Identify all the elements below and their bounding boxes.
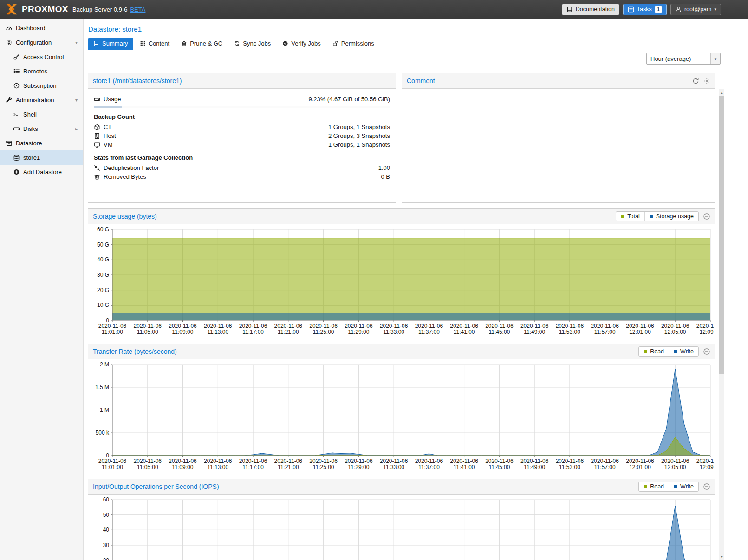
- scroll-up-icon[interactable]: ▲: [719, 89, 724, 96]
- legend-storage-usage[interactable]: Storage usage: [644, 212, 698, 221]
- sidebar-item-dashboard[interactable]: Dashboard: [0, 21, 83, 35]
- legend-read[interactable]: Read: [639, 482, 669, 491]
- usage-progressbar: [94, 106, 390, 108]
- sidebar-item-subscription[interactable]: Subscription: [0, 78, 83, 93]
- svg-text:11:53:00: 11:53:00: [559, 464, 580, 470]
- user-icon: [675, 6, 682, 13]
- rotate-icon[interactable]: [692, 78, 699, 85]
- svg-text:2020-11-06: 2020-11-06: [520, 323, 549, 329]
- sidebar-item-label: Disks: [23, 125, 38, 132]
- legend-write[interactable]: Write: [669, 482, 698, 491]
- svg-text:11:53:00: 11:53:00: [559, 329, 580, 335]
- svg-text:30: 30: [103, 542, 110, 548]
- legend-dot: [644, 350, 647, 353]
- svg-text:2020-11-06: 2020-11-06: [696, 458, 714, 464]
- chevron-down-icon[interactable]: ▾: [75, 98, 78, 103]
- tab-summary[interactable]: Summary: [88, 38, 133, 50]
- desktop-icon: [94, 142, 100, 148]
- sidebar-item-access-control[interactable]: Access Control: [0, 50, 83, 64]
- dedup-row: Deduplication Factor 1.00: [94, 163, 390, 172]
- svg-text:11:57:00: 11:57:00: [594, 329, 616, 335]
- trash-icon: [181, 40, 187, 46]
- tab-content[interactable]: Content: [135, 38, 175, 50]
- svg-text:2020-11-06: 2020-11-06: [415, 323, 443, 329]
- minus-circle-icon[interactable]: [703, 213, 710, 220]
- svg-text:40 G: 40 G: [97, 256, 109, 263]
- svg-text:2020-11-06: 2020-11-06: [591, 458, 619, 464]
- svg-text:12:01:00: 12:01:00: [629, 329, 651, 335]
- minus-circle-icon[interactable]: [703, 348, 710, 355]
- proxmox-logo-icon: [5, 3, 19, 15]
- legend-write[interactable]: Write: [669, 347, 698, 356]
- dot-circle-icon: [13, 82, 20, 89]
- svg-text:11:29:00: 11:29:00: [348, 464, 369, 470]
- gear-icon[interactable]: [703, 78, 710, 85]
- svg-text:20: 20: [103, 557, 110, 560]
- topbar: PROXMOX Backup Server 0.9-6 BETA Documen…: [0, 0, 748, 19]
- tab-prune-gc[interactable]: Prune & GC: [176, 38, 228, 50]
- sidebar-item-shell[interactable]: Shell: [0, 107, 83, 122]
- svg-text:2020-11-06: 2020-11-06: [274, 458, 303, 464]
- sidebar-item-disks[interactable]: Disks ▸: [0, 122, 83, 136]
- svg-text:11:41:00: 11:41:00: [454, 464, 475, 470]
- archive-icon: [6, 140, 13, 147]
- svg-text:500 k: 500 k: [96, 430, 110, 436]
- svg-text:2020-11-06: 2020-11-06: [380, 323, 408, 329]
- svg-text:50 G: 50 G: [97, 241, 109, 248]
- minus-circle-icon[interactable]: [703, 483, 710, 490]
- row-value: 2 Groups, 3 Snapshots: [328, 132, 390, 139]
- svg-text:2020-11-06: 2020-11-06: [380, 458, 408, 464]
- tab-verify-jobs[interactable]: Verify Jobs: [277, 38, 326, 50]
- chart-title: Input/Output Operations per Second (IOPS…: [93, 483, 219, 490]
- chevron-right-icon[interactable]: ▸: [75, 126, 78, 131]
- sidebar-item-configuration[interactable]: Configuration ▾: [0, 35, 83, 50]
- refresh-icon: [234, 40, 240, 46]
- book-icon: [93, 40, 99, 46]
- sidebar-item-label: Administration: [16, 97, 54, 104]
- chart-title: Transfer Rate (bytes/second): [93, 348, 177, 355]
- svg-text:12:01:00: 12:01:00: [629, 464, 651, 470]
- sidebar-item-datastore[interactable]: Datastore: [0, 136, 83, 150]
- tasks-icon: [628, 6, 634, 13]
- timeframe-select[interactable]: Hour (average) ▾: [646, 53, 721, 65]
- svg-text:2020-11-06: 2020-11-06: [556, 458, 584, 464]
- tab-sync-jobs[interactable]: Sync Jobs: [229, 38, 276, 50]
- svg-text:10 G: 10 G: [97, 302, 109, 308]
- sidebar-item-remotes[interactable]: Remotes: [0, 64, 83, 78]
- svg-text:2020-11-06: 2020-11-06: [450, 458, 478, 464]
- sidebar-item-add-datastore[interactable]: Add Datastore: [0, 165, 83, 179]
- transfer-rate-panel: Transfer Rate (bytes/second) Read Write: [88, 344, 715, 473]
- comment-content[interactable]: [402, 89, 715, 101]
- trash-icon: [94, 174, 100, 180]
- chevron-down-icon[interactable]: ▾: [75, 40, 78, 45]
- row-value: 1.00: [378, 164, 390, 171]
- row-value: 0 B: [381, 173, 390, 180]
- vertical-scrollbar[interactable]: ▲ ▼: [719, 89, 724, 560]
- scrollbar-thumb[interactable]: [719, 96, 724, 374]
- svg-text:11:29:00: 11:29:00: [348, 329, 369, 335]
- legend-dot: [674, 485, 677, 488]
- svg-text:11:33:00: 11:33:00: [383, 464, 404, 470]
- documentation-button[interactable]: Documentation: [562, 4, 619, 15]
- sidebar-item-administration[interactable]: Administration ▾: [0, 93, 83, 107]
- svg-text:2020-11-06: 2020-11-06: [309, 458, 338, 464]
- svg-text:11:57:00: 11:57:00: [594, 464, 616, 470]
- tab-permissions[interactable]: Permissions: [327, 38, 379, 50]
- beta-link[interactable]: BETA: [130, 6, 145, 13]
- sidebar-item-label: Datastore: [16, 140, 42, 147]
- tab-label: Summary: [102, 40, 128, 47]
- sidebar: Dashboard Configuration ▾ Access Control…: [0, 19, 84, 560]
- unlock-icon: [332, 40, 338, 46]
- scroll-down-icon[interactable]: ▼: [719, 553, 724, 560]
- legend-read[interactable]: Read: [639, 347, 669, 356]
- sidebar-item-store1[interactable]: store1: [0, 150, 83, 165]
- wrench-icon: [6, 97, 13, 104]
- svg-text:11:01:00: 11:01:00: [102, 464, 123, 470]
- user-menu-button[interactable]: root@pam ▾: [670, 4, 721, 15]
- svg-text:2020-11-06: 2020-11-06: [169, 323, 197, 329]
- ct-row: CT 1 Groups, 1 Snapshots: [94, 123, 390, 131]
- svg-text:2020-11-06: 2020-11-06: [309, 323, 338, 329]
- tasks-button[interactable]: Tasks 1: [623, 4, 667, 15]
- legend-total[interactable]: Total: [616, 212, 644, 221]
- grid-icon: [140, 40, 146, 46]
